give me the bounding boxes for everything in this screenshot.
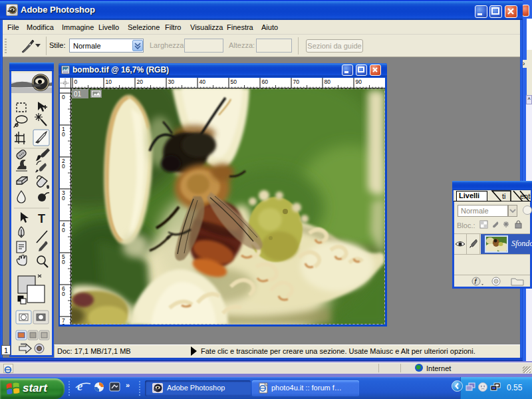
svg-text:10: 10 — [106, 78, 112, 85]
svg-text:90: 90 — [356, 78, 362, 85]
svg-text:enti: enti — [520, 192, 531, 200]
svg-text:40: 40 — [200, 78, 206, 85]
svg-text:0: 0 — [62, 259, 65, 265]
svg-text:0: 0 — [62, 163, 65, 170]
svg-text:70: 70 — [293, 78, 300, 85]
svg-text:60: 60 — [262, 78, 269, 85]
svg-text:20: 20 — [137, 78, 144, 85]
svg-text:ti: ti — [502, 192, 506, 200]
svg-text:30: 30 — [168, 78, 175, 85]
svg-text:0: 0 — [62, 227, 65, 233]
svg-text:0: 0 — [62, 291, 65, 297]
svg-text:0: 0 — [62, 195, 65, 201]
svg-text:01: 01 — [74, 90, 82, 98]
svg-text:0: 0 — [62, 323, 65, 325]
svg-text:0: 0 — [62, 131, 65, 138]
svg-text:50: 50 — [231, 78, 237, 85]
svg-text:0: 0 — [74, 78, 78, 85]
svg-text:80: 80 — [325, 78, 331, 85]
svg-text:T: T — [38, 212, 45, 225]
svg-text:0: 0 — [62, 94, 65, 100]
